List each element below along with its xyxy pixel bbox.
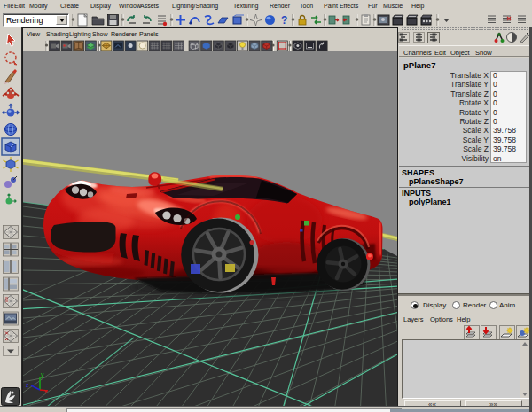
- svg-text:x: x: [44, 388, 48, 394]
- svg-text:?: ?: [281, 14, 287, 27]
- svg-text:y: y: [41, 371, 44, 378]
- svg-text:z: z: [26, 382, 29, 388]
